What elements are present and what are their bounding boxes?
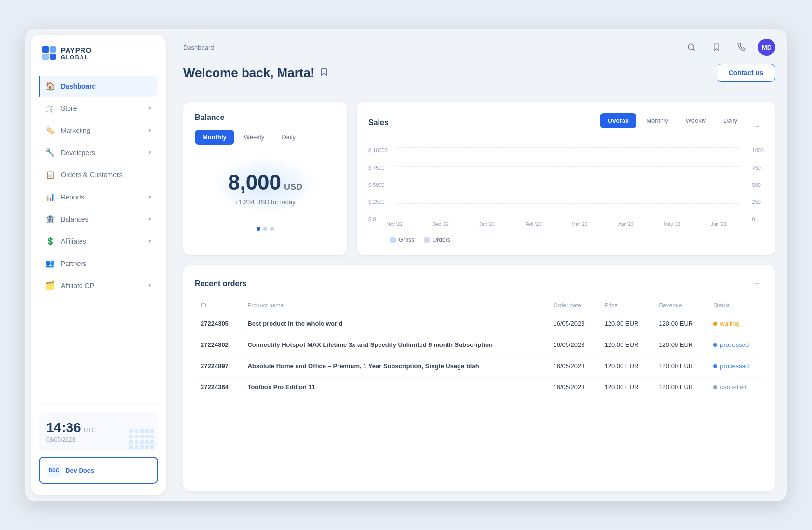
col-order-date: Order date bbox=[547, 298, 598, 313]
sidebar-item-balances[interactable]: 🏦 Balances ▾ bbox=[39, 209, 158, 230]
avatar[interactable]: MD bbox=[758, 39, 775, 56]
status-dot bbox=[713, 322, 717, 326]
sidebar-item-affiliate-cp[interactable]: 🗂️ Affiliate CP ▾ bbox=[39, 275, 158, 296]
chevron-down-icon: ▾ bbox=[149, 238, 151, 244]
sales-more-button[interactable]: ··· bbox=[749, 119, 764, 133]
status-dot bbox=[713, 385, 717, 389]
product-name: Best product in the whole world bbox=[242, 313, 547, 334]
status-label: waiting bbox=[720, 320, 739, 327]
sidebar-item-label: Affiliates bbox=[61, 238, 143, 245]
sales-tab-monthly[interactable]: Monthly bbox=[638, 113, 676, 128]
order-revenue: 120.00 EUR bbox=[653, 313, 707, 334]
col-product-name: Product name bbox=[242, 298, 547, 313]
sidebar-bottom: 14:36 UTC 08/05/2023 DOC Dev Docs bbox=[39, 404, 158, 484]
product-name: Connectify Hotspot MAX Lifetime 3x and S… bbox=[242, 334, 547, 356]
time-value: 14:36 bbox=[46, 420, 81, 436]
legend-gross: Gross bbox=[390, 237, 414, 243]
sidebar-item-reports[interactable]: 📊 Reports ▾ bbox=[39, 186, 158, 208]
sidebar-item-marketing[interactable]: 🏷️ Marketing ▾ bbox=[39, 120, 158, 141]
developers-icon: 🔧 bbox=[45, 148, 55, 158]
table-row: 27224802 Connectify Hotspot MAX Lifetime… bbox=[195, 334, 764, 356]
balance-amount: 8,000 USD bbox=[195, 171, 336, 195]
orders-table-head: ID Product name Order date Price Revenue… bbox=[195, 298, 764, 313]
table-row: 27224364 Toolbox Pro Edition 11 16/05/20… bbox=[195, 377, 764, 398]
balances-icon: 🏦 bbox=[45, 214, 55, 224]
sidebar-item-label: Dashboard bbox=[61, 82, 151, 90]
time-decoration bbox=[129, 429, 154, 449]
table-row: 27224897 Absolute Home and Office – Prem… bbox=[195, 356, 764, 377]
chevron-down-icon: ▾ bbox=[149, 105, 151, 111]
balance-dot-2[interactable] bbox=[263, 227, 267, 231]
col-price: Price bbox=[599, 298, 653, 313]
sales-tabs: Overall Monthly Weekly Daily bbox=[600, 113, 745, 128]
order-status: processed bbox=[707, 356, 764, 377]
brand-name: PAYPRO bbox=[61, 46, 92, 54]
phone-icon[interactable] bbox=[733, 39, 750, 56]
doc-icon: DOC bbox=[47, 464, 61, 477]
balance-dot-3[interactable] bbox=[270, 227, 274, 231]
sales-card: Sales Overall Monthly Weekly Daily ··· bbox=[357, 102, 775, 255]
sidebar: PAYPRO GLOBAL 🏠 Dashboard 🛒 Store ▾ 🏷️ M… bbox=[31, 35, 166, 495]
chart-y-axis-right: 1000 750 500 250 0 bbox=[752, 147, 764, 222]
x-label: Dec '22 bbox=[420, 222, 462, 227]
dev-docs-button[interactable]: DOC Dev Docs bbox=[39, 457, 158, 484]
svg-point-0 bbox=[688, 44, 694, 50]
svg-line-1 bbox=[693, 49, 694, 50]
welcome-bookmark-icon[interactable] bbox=[320, 67, 328, 79]
chart-grid bbox=[395, 147, 740, 222]
legend-dot-gross bbox=[390, 237, 396, 243]
sidebar-item-partners[interactable]: 👥 Partners bbox=[39, 253, 158, 274]
chevron-down-icon: ▾ bbox=[149, 282, 151, 289]
sidebar-item-affiliates[interactable]: 💲 Affiliates ▾ bbox=[39, 231, 158, 252]
contact-us-button[interactable]: Contact us bbox=[717, 64, 775, 82]
nav-list: 🏠 Dashboard 🛒 Store ▾ 🏷️ Marketing ▾ 🔧 D… bbox=[39, 76, 158, 404]
order-date: 16/05/2023 bbox=[547, 313, 598, 334]
orders-icon: 📋 bbox=[45, 170, 55, 180]
brand-sub: GLOBAL bbox=[61, 54, 92, 60]
chevron-down-icon: ▾ bbox=[149, 149, 151, 156]
search-icon[interactable] bbox=[683, 39, 700, 56]
col-id: ID bbox=[195, 298, 242, 313]
reports-icon: 📊 bbox=[45, 192, 55, 202]
order-price: 120.00 EUR bbox=[599, 334, 653, 356]
logo-area: PAYPRO GLOBAL bbox=[39, 46, 158, 60]
sales-tab-daily[interactable]: Daily bbox=[716, 113, 745, 128]
order-revenue: 120.00 EUR bbox=[653, 356, 707, 377]
sidebar-item-developers[interactable]: 🔧 Developers ▾ bbox=[39, 142, 158, 163]
sidebar-item-label: Orders & Customers bbox=[61, 171, 151, 179]
bookmark-icon[interactable] bbox=[708, 39, 725, 56]
affiliate-cp-icon: 🗂️ bbox=[45, 281, 55, 291]
chevron-down-icon: ▾ bbox=[149, 194, 151, 200]
orders-table: ID Product name Order date Price Revenue… bbox=[195, 298, 764, 398]
balance-tab-monthly[interactable]: Monthly bbox=[195, 130, 234, 145]
x-label: Jun '23 bbox=[697, 222, 740, 227]
sidebar-item-label: Partners bbox=[61, 260, 151, 267]
legend-orders: Orders bbox=[424, 237, 450, 243]
sidebar-item-label: Developers bbox=[61, 149, 143, 157]
balance-tab-weekly[interactable]: Weekly bbox=[236, 130, 272, 145]
topbar: Dashboard MD bbox=[183, 39, 775, 56]
logo-text: PAYPRO GLOBAL bbox=[61, 46, 92, 60]
chevron-down-icon: ▾ bbox=[149, 127, 151, 133]
col-status: Status bbox=[707, 298, 764, 313]
orders-more-button[interactable]: ··· bbox=[749, 277, 764, 291]
order-revenue: 120.00 EUR bbox=[653, 334, 707, 356]
balance-dot-1[interactable] bbox=[257, 227, 260, 231]
order-status: waiting bbox=[707, 313, 764, 334]
balance-tab-daily[interactable]: Daily bbox=[274, 130, 303, 145]
status-label: processed bbox=[720, 341, 749, 348]
welcome-text: Welcome back, Marta! bbox=[183, 66, 328, 80]
utc-label: UTC bbox=[84, 427, 96, 434]
order-revenue: 120.00 EUR bbox=[653, 377, 707, 398]
legend-dot-orders bbox=[424, 237, 430, 243]
recent-orders-card: Recent orders ··· ID Product name Order … bbox=[183, 265, 775, 491]
balance-dots bbox=[195, 227, 336, 231]
sidebar-item-store[interactable]: 🛒 Store ▾ bbox=[39, 98, 158, 119]
sidebar-item-orders-customers[interactable]: 📋 Orders & Customers bbox=[39, 164, 158, 186]
legend-label-gross: Gross bbox=[399, 237, 414, 243]
store-icon: 🛒 bbox=[45, 104, 55, 113]
sales-tab-weekly[interactable]: Weekly bbox=[678, 113, 714, 128]
sales-tab-overall[interactable]: Overall bbox=[600, 113, 636, 128]
sidebar-item-dashboard[interactable]: 🏠 Dashboard bbox=[39, 76, 158, 97]
balance-currency: USD bbox=[284, 182, 302, 192]
